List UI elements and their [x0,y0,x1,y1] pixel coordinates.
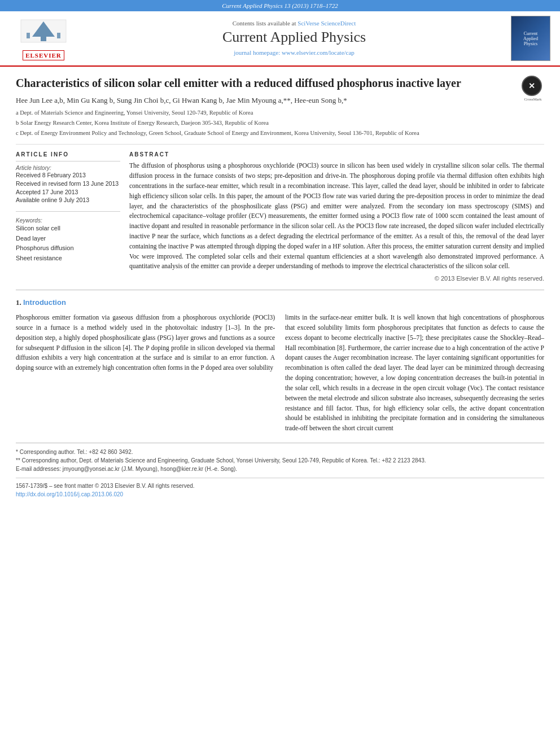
crossmark-label: CrossMark [522,97,544,102]
abstract-text: The diffusion of phosphorus using a phos… [129,161,544,272]
article-history-box: Article history: Received 8 February 201… [16,161,120,212]
article-info-header: ARTICLE INFO [16,151,120,158]
journal-homepage-link[interactable]: journal homepage: www.elsevier.com/locat… [234,49,355,56]
sciverse-link[interactable]: SciVerse ScienceDirect [298,20,356,27]
cover-line3: Physics [524,41,537,46]
page: Current Applied Physics 13 (2013) 1718–1… [0,0,560,747]
copyright: © 2013 Elsevier B.V. All rights reserved… [129,275,544,282]
elsevier-image [18,17,69,48]
intro-text-col1: Phosphorous emitter formation via gaseou… [16,313,275,373]
received-date: Received 8 February 2013 [16,171,120,180]
issn-section: 1567-1739/$ – see front matter © 2013 El… [16,478,544,499]
intro-text-col2: limits in the surface-near emitter bulk.… [285,313,544,434]
journal-reference: Current Applied Physics 13 (2013) 1718–1… [222,2,338,9]
footnotes-section: * Corresponding author. Tel.: +82 42 860… [16,443,544,499]
journal-cover-thumbnail: Current Applied Physics [511,16,550,61]
affiliation-1: a Dept. of Materials Science and Enginee… [16,108,516,117]
abstract-column: ABSTRACT The diffusion of phosphorus usi… [129,151,544,282]
keyword-2: Dead layer [16,234,120,244]
cover-thumbnail-area: Current Applied Physics [508,16,553,61]
issn-line: 1567-1739/$ – see front matter © 2013 El… [16,482,544,490]
publisher-logo-area: ELSEVIER [7,17,80,60]
sciverse-line: Contents lists available at SciVerse Sci… [86,20,502,27]
footnote-emails: E-mail addresses: jmyoung@yonsei.ac.kr (… [16,465,544,473]
accepted-date: Accepted 17 June 2013 [16,188,120,196]
section-number: 1. [16,298,21,307]
article-info-abstract-section: ARTICLE INFO Article history: Received 8… [16,151,544,282]
journal-title-area: Contents lists available at SciVerse Sci… [80,20,508,57]
keyword-3: Phosphorus diffusion [16,243,120,254]
footnote-corresponding2: ** Corresponding author, Dept. of Materi… [16,456,544,465]
svg-rect-2 [41,37,46,41]
abstract-header: ABSTRACT [129,151,544,158]
introduction-section: 1. Introduction Phosphorous emitter form… [16,298,544,434]
article-title: Characteristics of silicon solar cell em… [16,76,516,90]
section-divider [16,290,544,290]
email-label: E-mail addresses: [16,466,61,472]
affiliations: a Dept. of Materials Science and Enginee… [16,108,516,137]
keywords-list: Silicon solar cell Dead layer Phosphorus… [16,224,120,263]
journal-title: Current Applied Physics [86,29,502,46]
article-title-section: Characteristics of silicon solar cell em… [16,76,544,145]
keywords-label: Keywords: [16,217,120,224]
revised-date: Received in revised form 13 June 2013 [16,180,120,188]
article-title-area: Characteristics of silicon solar cell em… [16,76,516,138]
keyword-4: Sheet resistance [16,254,120,264]
keyword-1: Silicon solar cell [16,224,120,234]
elsevier-wordmark: ELSEVIER [23,50,64,60]
article-history: Article history: Received 8 February 201… [16,165,120,204]
intro-heading: 1. Introduction [16,298,544,307]
footnote-corresponding1: * Corresponding author. Tel.: +82 42 860… [16,448,544,456]
doi-link[interactable]: http://dx.doi.org/10.1016/j.cap.2013.06.… [16,491,123,497]
crossmark-badge: ✕ [522,76,542,96]
svg-rect-4 [57,33,60,38]
content-area: Characteristics of silicon solar cell em… [0,67,560,508]
intro-body: Phosphorous emitter formation via gaseou… [16,313,544,434]
crossmark-area: ✕ CrossMark [522,76,544,102]
journal-reference-bar: Current Applied Physics 13 (2013) 1718–1… [0,0,560,11]
svg-rect-3 [27,33,30,38]
available-date: Available online 9 July 2013 [16,196,120,204]
journal-header: ELSEVIER Contents lists available at Sci… [0,11,560,67]
keywords-section: Keywords: Silicon solar cell Dead layer … [16,217,120,263]
history-label: Article history: [16,165,120,171]
section-title: Introduction [23,298,66,307]
sciverse-prefix: Contents lists available at [233,20,298,27]
cover-line2: Applied [523,36,538,41]
cover-line1: Current [524,31,537,36]
email-addresses: jmyoung@yonsei.ac.kr (J.M. Myoung), hson… [63,466,237,472]
author-list: Hee Jun Lee a,b, Min Gu Kang b, Sung Jin… [16,96,347,104]
intro-col2: limits in the surface-near emitter bulk.… [285,313,544,434]
authors: Hee Jun Lee a,b, Min Gu Kang b, Sung Jin… [16,96,516,105]
affiliation-3: c Dept. of Energy Environment Policy and… [16,129,516,138]
affiliation-2: b Solar Energy Research Center, Korea In… [16,119,516,128]
article-info-column: ARTICLE INFO Article history: Received 8… [16,151,120,282]
intro-col1: Phosphorous emitter formation via gaseou… [16,313,275,434]
